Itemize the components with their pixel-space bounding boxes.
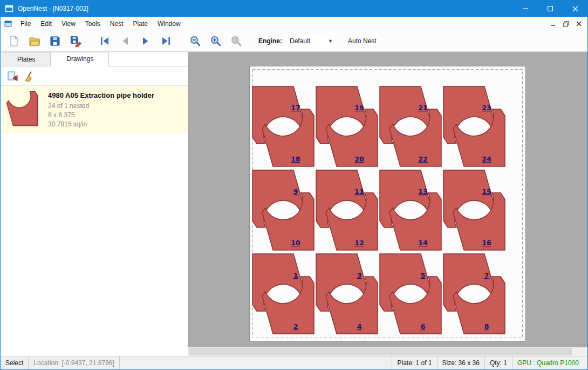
part-number: 21 <box>418 104 427 112</box>
window-title: OpenNest - [N0317-002] <box>18 5 88 12</box>
save-button[interactable] <box>45 32 65 50</box>
part-number: 4 <box>357 322 362 331</box>
next-plate-button[interactable] <box>135 32 156 50</box>
drawings-toolbar <box>1 66 188 86</box>
drawing-meta: 4980 A05 Extraction pipe holder 24 of 1 … <box>48 90 154 129</box>
drawing-dimensions: 8 x 8.375 <box>48 111 154 120</box>
menu-item-tools[interactable]: Tools <box>80 17 105 31</box>
open-folder-icon <box>29 35 40 47</box>
part-number: 7 <box>484 271 489 279</box>
save-icon <box>49 35 61 47</box>
nest-canvas[interactable]: 171819202122232491011121314151612345678 <box>188 52 587 356</box>
last-arrow-icon <box>160 35 172 47</box>
part-number: 17 <box>291 104 300 112</box>
part-number: 12 <box>354 239 364 247</box>
plate[interactable]: 171819202122232491011121314151612345678 <box>249 66 526 341</box>
maximize-button[interactable] <box>538 1 563 17</box>
part-number: 1 <box>293 271 298 279</box>
title-bar: OpenNest - [N0317-002] <box>1 1 587 17</box>
mdi-minimize-icon <box>551 22 556 26</box>
menu-item-plate[interactable]: Plate <box>128 17 153 31</box>
horizontal-scrollbar[interactable] <box>188 347 587 356</box>
sidebar-tabs: Plates Drawings <box>1 52 188 66</box>
part-number: 15 <box>482 187 491 196</box>
status-bar: Select Location: [-0.9437, 21.8796] Plat… <box>1 356 587 369</box>
part-number: 20 <box>354 155 364 163</box>
zoom-in-button[interactable] <box>206 32 226 50</box>
main-area: Plates Drawings <box>1 52 587 356</box>
drawing-nested-count: 24 of 1 nested <box>48 102 154 111</box>
open-button[interactable] <box>24 32 45 50</box>
part-thumbnail <box>5 90 39 127</box>
new-button[interactable] <box>4 32 24 50</box>
part-number: 3 <box>357 271 362 279</box>
zoom-fit-icon <box>230 35 242 47</box>
menu-item-file[interactable]: File <box>16 17 36 31</box>
main-toolbar: Engine: Default ▼ Auto Nest <box>1 31 587 52</box>
part-number: 23 <box>482 104 491 112</box>
drawing-title: 4980 A05 Extraction pipe holder <box>48 91 154 99</box>
part-number: 2 <box>293 322 298 331</box>
save-as-button[interactable] <box>65 32 86 50</box>
first-arrow-icon <box>99 35 111 47</box>
close-button[interactable] <box>563 1 587 17</box>
part-number: 9 <box>293 187 298 196</box>
minimize-button[interactable] <box>513 1 538 17</box>
menu-item-nest[interactable]: Nest <box>105 17 128 31</box>
minimize-icon <box>523 6 528 11</box>
sidebar: Plates Drawings <box>1 52 188 356</box>
zoom-out-button[interactable] <box>185 32 206 50</box>
part-number: 14 <box>418 239 428 247</box>
next-arrow-icon <box>140 35 152 47</box>
app-icon <box>5 4 13 13</box>
part-number: 18 <box>291 155 300 163</box>
chevron-down-icon: ▼ <box>328 38 333 44</box>
status-mode: Select <box>1 356 29 369</box>
menu-items: FileEditViewToolsNestPlateWindow <box>16 17 186 31</box>
close-icon <box>572 6 578 12</box>
engine-selected-value: Default <box>290 37 310 45</box>
status-location: Location: [-0.9437, 21.8796] <box>29 356 119 369</box>
mdi-close-icon <box>576 21 582 26</box>
last-plate-button[interactable] <box>156 32 176 50</box>
engine-label: Engine: <box>258 37 282 45</box>
menu-item-window[interactable]: Window <box>153 17 186 31</box>
status-qty: Qty: 1 <box>484 356 512 369</box>
new-file-icon <box>8 35 20 47</box>
mdi-close-button[interactable] <box>572 18 585 30</box>
part-number: 5 <box>421 271 426 279</box>
status-plate: Plate: 1 of 1 <box>392 356 436 369</box>
part-number: 22 <box>418 155 427 163</box>
part-number: 10 <box>291 239 300 247</box>
tab-drawings[interactable]: Drawings <box>51 52 109 66</box>
replace-drawing-button[interactable] <box>4 68 21 84</box>
part-number: 16 <box>482 239 491 247</box>
menu-bar: FileEditViewToolsNestPlateWindow <box>1 17 587 31</box>
drawing-area: 30.7815 sq/in <box>48 120 154 129</box>
part-number: 13 <box>418 187 427 196</box>
menu-item-view[interactable]: View <box>57 17 80 31</box>
tab-plates[interactable]: Plates <box>2 52 51 66</box>
status-spacer <box>120 356 392 369</box>
application-window: OpenNest - [N0317-002] FileEditViewTools… <box>0 0 588 370</box>
drawing-list-item[interactable]: 4980 A05 Extraction pipe holder 24 of 1 … <box>1 86 188 133</box>
part-number: 8 <box>484 322 489 331</box>
zoom-out-icon <box>189 35 201 47</box>
status-size: Size: 36 x 36 <box>437 356 484 369</box>
engine-select[interactable]: Default ▼ <box>286 35 336 48</box>
document-window-icon <box>4 19 12 28</box>
maximize-icon <box>548 6 553 11</box>
previous-plate-button[interactable] <box>115 32 135 50</box>
mdi-restore-button[interactable] <box>559 18 572 30</box>
clean-button[interactable] <box>21 68 38 84</box>
save-as-icon <box>70 35 81 47</box>
first-plate-button[interactable] <box>94 32 115 50</box>
zoom-fit-button[interactable] <box>226 32 247 50</box>
mdi-minimize-button[interactable] <box>546 18 559 30</box>
auto-nest-label[interactable]: Auto Nest <box>348 37 377 45</box>
mdi-restore-icon <box>563 21 569 27</box>
part-number: 11 <box>354 187 364 196</box>
menu-item-edit[interactable]: Edit <box>36 17 57 31</box>
scrollbar-thumb[interactable] <box>189 348 572 355</box>
status-gpu: GPU : Quadro P1000 <box>512 356 587 369</box>
